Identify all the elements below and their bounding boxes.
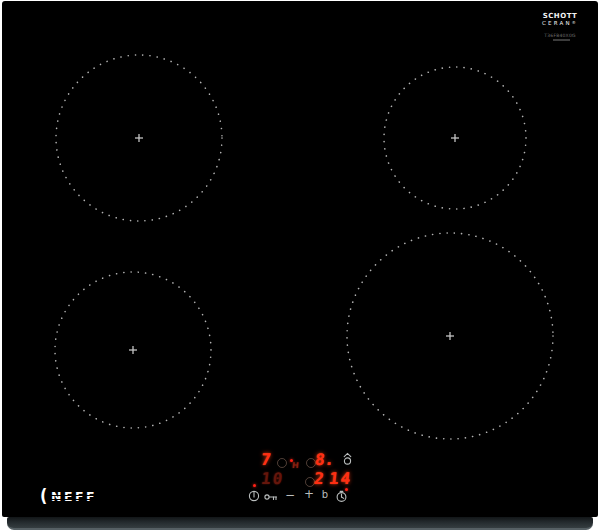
display-back-right: 8. (314, 452, 335, 468)
power-icon (248, 490, 260, 502)
cooking-zone-front-right (347, 233, 553, 439)
neff-wordmark: NEFF (51, 489, 97, 504)
plus-key: + (304, 488, 314, 500)
residual-heat-indicator: H (292, 461, 300, 470)
schott-line2: CERAN® (532, 20, 588, 26)
cooking-zone-back-left (56, 55, 222, 221)
model-sub-line (553, 39, 570, 41)
front-trim (7, 517, 593, 530)
timer-b-key: b (322, 489, 328, 501)
control-panel: 7 H 8. 10 2 14 − + b (237, 446, 369, 508)
display-front-left: 10 (260, 471, 285, 487)
registered-mark: ® (572, 20, 578, 25)
display-back-left: 7 (260, 452, 272, 468)
timer-display: 14 (328, 471, 353, 487)
schott-line1: SCHOTT (532, 13, 588, 20)
power-led (253, 484, 256, 487)
display-front-right: 2 (313, 471, 325, 487)
zones-svg (2, 1, 598, 517)
neff-slat-line (50, 495, 98, 496)
bell-icon (342, 452, 353, 466)
minus-key: − (285, 489, 295, 501)
cooking-zone-front-left (55, 272, 211, 428)
hob-glass-surface: SCHOTT CERAN® T36FB40X0G ( NEFF 7 H 8. 1… (2, 1, 598, 517)
schott-ceran-logo: SCHOTT CERAN® (532, 13, 588, 26)
neff-slat-line (50, 499, 98, 500)
neff-bracket: ( (40, 487, 47, 507)
zone-select-ring (277, 458, 287, 468)
cooking-zone-back-right (384, 67, 526, 209)
key-icon (264, 493, 278, 501)
model-label: T36FB40X0G (534, 33, 586, 38)
clock-icon (335, 490, 348, 503)
